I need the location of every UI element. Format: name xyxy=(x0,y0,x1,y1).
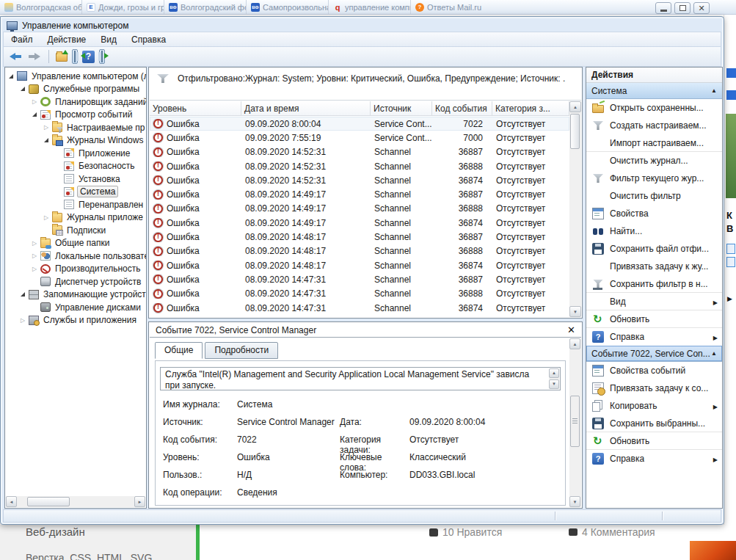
tree-item[interactable]: Безопасность xyxy=(5,160,146,173)
tree-item[interactable]: Установка xyxy=(5,172,146,186)
minimize-button[interactable] xyxy=(655,2,671,14)
tree-item[interactable]: Локальные пользовате xyxy=(5,250,146,263)
tree-expander-icon[interactable] xyxy=(18,292,27,297)
tree-item[interactable]: Запоминающие устройст xyxy=(5,288,146,302)
tree-item[interactable]: Система xyxy=(5,186,146,199)
browser-tab[interactable]: ВФ Волгоградский фор... xyxy=(164,0,247,14)
action-item[interactable]: Копировать xyxy=(586,397,722,415)
back-button[interactable] xyxy=(8,50,23,63)
scrollbar-thumb[interactable] xyxy=(27,497,70,506)
tree-expander-icon[interactable] xyxy=(42,138,51,142)
event-row[interactable]: Ошибка 08.09.2020 14:52:31 Schannel 3688… xyxy=(150,145,569,159)
event-row[interactable]: Ошибка 08.09.2020 14:49:17 Schannel 3688… xyxy=(150,202,569,216)
action-item[interactable]: Свойства событий xyxy=(586,362,722,379)
event-row[interactable]: Ошибка 08.09.2020 14:49:17 Schannel 3688… xyxy=(150,187,569,201)
tab-general[interactable]: Общие xyxy=(155,342,203,359)
tree-item[interactable]: Просмотр событий xyxy=(5,109,146,122)
event-row[interactable]: Ошибка 08.09.2020 14:49:17 Schannel 3687… xyxy=(150,216,569,230)
column-header-datetime[interactable]: Дата и время xyxy=(241,101,371,115)
tree-item[interactable]: Производительность xyxy=(5,263,146,276)
event-row[interactable]: Ошибка 08.09.2020 14:48:17 Schannel 3687… xyxy=(150,258,569,272)
tab-details[interactable]: Подробности xyxy=(205,342,278,359)
menu-item[interactable]: Вид xyxy=(101,34,117,45)
collapse-arrow-icon[interactable]: ▲ xyxy=(711,350,717,357)
action-item[interactable]: Создать настраиваем... xyxy=(586,117,722,134)
event-row[interactable]: Ошибка 08.09.2020 14:47:31 Schannel 3688… xyxy=(150,287,569,301)
tree-expander-icon[interactable] xyxy=(18,317,27,324)
event-row[interactable]: Ошибка 09.09.2020 8:00:04 Service Cont..… xyxy=(150,117,569,131)
event-list-scrollbar[interactable]: ▲ ▼ xyxy=(569,101,581,317)
action-item[interactable]: Очистить журнал... xyxy=(586,152,722,170)
collapse-arrow-icon[interactable]: ▲ xyxy=(711,87,717,94)
action-item[interactable]: Сохранить фильтр в н... xyxy=(586,275,722,293)
tree-item[interactable]: Журналы приложе xyxy=(5,211,146,225)
scroll-down-icon[interactable]: ▼ xyxy=(569,496,580,507)
tree-expander-icon[interactable] xyxy=(30,266,39,272)
tree-expander-icon[interactable] xyxy=(42,124,51,131)
event-row[interactable]: Ошибка 08.09.2020 14:52:31 Schannel 3687… xyxy=(150,173,569,187)
browser-tab[interactable]: Волгоградская обла... xyxy=(0,0,82,14)
menu-item[interactable]: Файл xyxy=(11,34,33,45)
tree-expander-icon[interactable] xyxy=(42,214,51,221)
column-header-level[interactable]: Уровень xyxy=(150,101,241,115)
action-item[interactable]: Вид xyxy=(586,293,722,310)
actions-section-event[interactable]: Событие 7022, Service Con... ▲ xyxy=(586,346,722,362)
tree-item[interactable]: Управление компьютером (л xyxy=(5,70,146,83)
tree-expander-icon[interactable] xyxy=(30,252,39,259)
action-item[interactable]: Фильтр текущего жур... xyxy=(586,170,722,187)
event-row[interactable]: Ошибка 08.09.2020 14:47:31 Schannel 3688… xyxy=(150,272,569,286)
browser-tab[interactable]: Е Дожди, грозы и гра... xyxy=(82,0,164,14)
forward-button[interactable] xyxy=(27,50,42,63)
action-item[interactable]: Сохранить выбранны... xyxy=(586,415,722,432)
scroll-down-icon[interactable]: ▼ xyxy=(569,306,581,317)
tree-expander-icon[interactable] xyxy=(7,74,15,79)
scroll-up-icon[interactable]: ▲ xyxy=(549,368,559,378)
scroll-left-icon[interactable]: ◄ xyxy=(6,496,17,507)
show-console-tree-button[interactable] xyxy=(72,49,78,64)
column-header-source[interactable]: Источник xyxy=(371,101,432,115)
tree-item[interactable]: Перенаправлен xyxy=(5,198,146,211)
menu-item[interactable]: Справка xyxy=(131,34,166,45)
export-list-button[interactable] xyxy=(56,53,68,62)
event-row[interactable]: Ошибка 08.09.2020 14:48:17 Schannel 3688… xyxy=(150,244,569,258)
tree-horizontal-scrollbar[interactable]: ◄ ► xyxy=(6,496,145,507)
tree-item[interactable]: Подписки xyxy=(5,224,146,237)
tree-expander-icon[interactable] xyxy=(18,87,27,91)
event-row[interactable]: Ошибка 08.09.2020 14:47:31 Schannel 3687… xyxy=(150,301,569,315)
action-item[interactable]: Сохранить файл отфи... xyxy=(586,240,722,258)
action-item[interactable]: Привязать задачу к жу... xyxy=(586,258,722,275)
detail-scrollbar[interactable]: ▲ ▼ xyxy=(569,338,581,507)
tree-item[interactable]: Планировщик заданий xyxy=(5,95,146,109)
tree-item[interactable]: Журналы Windows xyxy=(5,134,146,148)
title-bar[interactable]: Управление компьютером xyxy=(7,19,128,32)
action-item[interactable]: Найти... xyxy=(586,222,722,240)
action-item[interactable]: Привязать задачу к со... xyxy=(586,379,722,397)
action-item[interactable]: Обновить xyxy=(586,432,722,450)
close-button[interactable]: ✕ xyxy=(693,2,710,14)
scroll-up-icon[interactable]: ▲ xyxy=(569,338,580,349)
scroll-down-icon[interactable]: ▼ xyxy=(549,379,559,389)
tree-item[interactable]: Приложение xyxy=(5,147,146,160)
menu-item[interactable]: Действие xyxy=(48,34,87,45)
tree-item[interactable]: Диспетчер устройств xyxy=(5,275,146,288)
scrollbar-thumb[interactable] xyxy=(570,114,580,149)
event-row[interactable]: Ошибка 09.09.2020 7:55:19 Service Cont..… xyxy=(150,131,569,145)
tree-expander-icon[interactable] xyxy=(30,240,39,247)
tree-expander-icon[interactable] xyxy=(30,112,39,117)
tree-item[interactable]: Службы и приложения xyxy=(5,314,146,327)
column-header-eventcode[interactable]: Код события xyxy=(432,101,492,115)
tree-item[interactable]: Служебные программы xyxy=(5,83,146,96)
browser-tab[interactable]: q управление компью... xyxy=(329,0,411,14)
scroll-right-icon[interactable]: ► xyxy=(134,496,145,507)
tree-item[interactable]: Управление дисками xyxy=(5,301,146,314)
scrollbar-thumb[interactable] xyxy=(570,396,580,447)
action-item[interactable]: Справка xyxy=(586,328,722,346)
tree-item[interactable]: Общие папки xyxy=(5,237,146,250)
actions-section-system[interactable]: Система ▲ xyxy=(586,83,722,99)
action-item[interactable]: Свойства xyxy=(586,205,722,222)
maximize-button[interactable] xyxy=(674,2,691,14)
action-item[interactable]: Очистить фильтр xyxy=(586,187,722,205)
description-scrollbar[interactable]: ▲ ▼ xyxy=(549,368,559,389)
scroll-up-icon[interactable]: ▲ xyxy=(569,101,581,112)
action-item[interactable]: Обновить xyxy=(586,310,722,328)
